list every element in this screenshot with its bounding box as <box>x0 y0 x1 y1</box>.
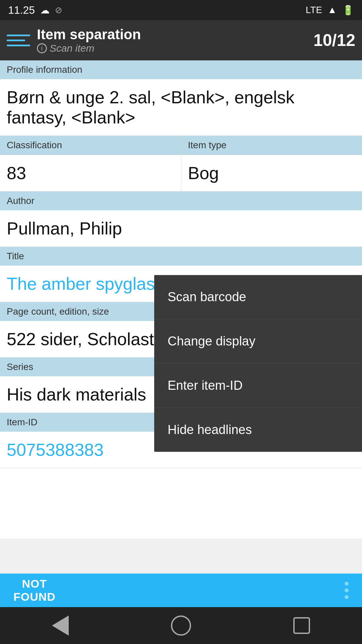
more-options-button[interactable] <box>345 582 349 599</box>
battery-icon: 🔋 <box>342 5 354 16</box>
app-bar: Item separation i Scan item 10/12 <box>0 20 362 60</box>
app-bar-title-area: Item separation i Scan item <box>37 26 313 54</box>
classification-value: 83 <box>0 155 181 191</box>
classification-itemtype-value: 83 Bog <box>0 155 362 192</box>
classification-label: Classification <box>0 136 181 155</box>
profile-info-header: Profile information <box>0 60 362 79</box>
scan-barcode-item[interactable]: Scan barcode <box>154 275 362 319</box>
dot-2 <box>345 588 349 592</box>
title-header: Title <box>0 247 362 266</box>
profile-info-value: Børn & unge 2. sal, <Blank>, engelsk fan… <box>0 79 362 136</box>
item-type-value: Bog <box>181 155 362 191</box>
enter-item-id-item[interactable]: Enter item-ID <box>154 364 362 408</box>
item-counter: 10/12 <box>313 31 355 50</box>
back-arrow-icon <box>52 615 69 636</box>
info-icon[interactable]: i <box>37 43 47 53</box>
sync-icon: ⊘ <box>55 5 62 15</box>
cloud-icon: ☁ <box>40 5 50 16</box>
subtitle-text: Scan item <box>50 43 94 54</box>
status-bar: 11.25 ☁ ⊘ LTE ▲ 🔋 <box>0 0 362 20</box>
not-found-button[interactable]: NOT FOUND <box>13 577 56 603</box>
lte-label: LTE <box>306 5 322 15</box>
author-value: Pullman, Philip <box>0 210 362 247</box>
status-right: LTE ▲ 🔋 <box>306 5 354 16</box>
change-display-item[interactable]: Change display <box>154 319 362 364</box>
nav-bar <box>0 607 362 644</box>
menu-line-3 <box>7 45 30 46</box>
dropdown-menu: Scan barcode Change display Enter item-I… <box>154 275 362 452</box>
nav-recents-button[interactable] <box>288 612 315 639</box>
hide-headlines-item[interactable]: Hide headlines <box>154 408 362 452</box>
bottom-bar: NOT FOUND <box>0 574 362 607</box>
nav-home-button[interactable] <box>168 612 194 639</box>
home-circle-icon <box>171 615 191 636</box>
time-display: 11.25 <box>8 4 35 16</box>
status-left: 11.25 ☁ ⊘ <box>8 4 62 16</box>
menu-back-button[interactable] <box>7 29 30 52</box>
recents-square-icon <box>293 617 310 634</box>
menu-line-2 <box>7 40 25 41</box>
menu-line-1 <box>7 35 30 36</box>
classification-itemtype-header: Classification Item type <box>0 136 362 155</box>
item-type-label: Item type <box>181 136 362 155</box>
author-header: Author <box>0 192 362 210</box>
signal-icon: ▲ <box>327 5 337 15</box>
nav-back-button[interactable] <box>47 612 74 639</box>
app-title: Item separation <box>37 26 313 43</box>
app-subtitle: i Scan item <box>37 43 313 54</box>
dot-3 <box>345 595 349 599</box>
dot-1 <box>345 582 349 586</box>
